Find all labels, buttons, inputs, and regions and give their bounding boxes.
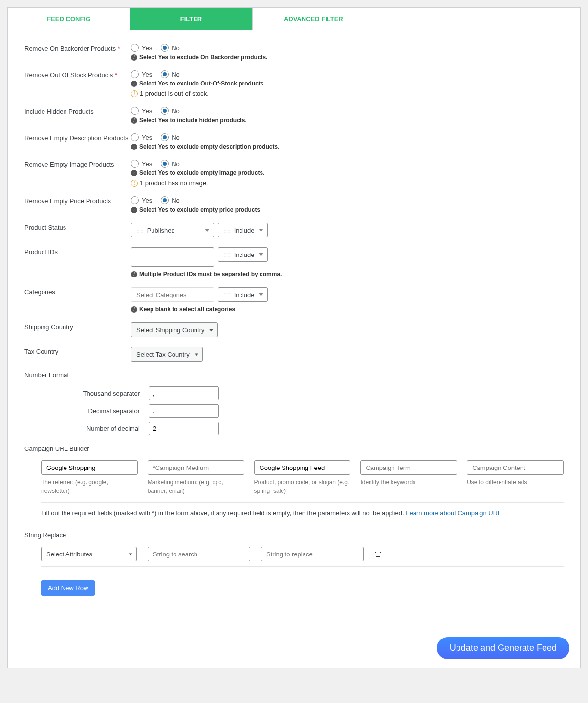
info-icon: i xyxy=(131,306,137,313)
info-icon: i xyxy=(131,81,137,87)
select-sr-attributes[interactable]: Select Attributes xyxy=(41,547,137,561)
add-row-button[interactable]: Add New Row xyxy=(41,580,95,596)
chevron-down-icon xyxy=(259,229,263,232)
radio-include-hidden-yes[interactable] xyxy=(131,107,139,115)
info-icon: i xyxy=(131,271,137,277)
tab-feed-config[interactable]: FEED CONFIG xyxy=(8,8,130,30)
textarea-product-ids[interactable] xyxy=(131,247,214,267)
info-icon: i xyxy=(131,170,137,176)
label-remove-oos: Remove Out Of Stock Products * xyxy=(24,70,131,79)
radio-remove-backorder-yes[interactable] xyxy=(131,44,139,52)
input-campaign-content[interactable] xyxy=(467,460,564,475)
select-categories-mode[interactable]: ⋮⋮ Include xyxy=(218,287,268,302)
section-number-format: Number Format xyxy=(24,371,564,379)
help-campaign-content: Use to differentiate ads xyxy=(467,478,564,487)
chevron-down-icon xyxy=(259,253,263,256)
label-include-hidden: Include Hidden Products xyxy=(24,107,131,115)
update-generate-feed-button[interactable]: Update and Generate Feed xyxy=(437,637,569,659)
chevron-down-icon xyxy=(259,293,263,296)
label-remove-empty-price: Remove Empty Price Products xyxy=(24,196,131,205)
radio-remove-empty-image-yes[interactable] xyxy=(131,160,139,168)
label-tax-country: Tax Country xyxy=(24,347,131,355)
label-remove-empty-image: Remove Empty Image Products xyxy=(24,160,131,168)
help-campaign-name: Product, promo code, or slogan (e.g. spr… xyxy=(254,478,351,495)
select-product-status[interactable]: ⋮⋮ Published xyxy=(131,223,214,237)
radio-remove-oos-no[interactable] xyxy=(161,70,169,78)
help-campaign-medium: Marketing medium: (e.g. cpc, banner, ema… xyxy=(148,478,244,495)
tab-filter[interactable]: FILTER xyxy=(130,8,252,30)
select-product-ids-mode[interactable]: ⋮⋮ Include xyxy=(218,247,268,262)
link-learn-campaign[interactable]: Learn more about Campaign URL xyxy=(406,510,501,517)
radio-remove-empty-image-no[interactable] xyxy=(161,160,169,168)
info-icon: i xyxy=(131,117,137,124)
input-campaign-medium[interactable] xyxy=(148,460,244,475)
help-campaign-term: Identify the keywords xyxy=(360,478,457,487)
radio-remove-empty-price-yes[interactable] xyxy=(131,196,139,204)
note-campaign: Fill out the required fields (marked wit… xyxy=(41,510,564,517)
label-categories: Categories xyxy=(24,287,131,296)
select-product-status-mode[interactable]: ⋮⋮ Include xyxy=(218,223,268,237)
section-campaign: Campaign URL Builder xyxy=(24,445,564,452)
label-product-status: Product Status xyxy=(24,223,131,231)
input-thousand-sep[interactable] xyxy=(149,386,219,400)
input-sr-search[interactable] xyxy=(148,547,250,561)
input-campaign-source[interactable] xyxy=(41,460,138,475)
input-num-decimal[interactable] xyxy=(149,422,219,435)
label-remove-backorder: Remove On Backorder Products * xyxy=(24,44,131,52)
info-icon: i xyxy=(131,144,137,150)
input-decimal-sep[interactable] xyxy=(149,404,219,418)
tab-advanced-filter[interactable]: ADVANCED FILTER xyxy=(253,8,374,30)
label-remove-empty-desc: Remove Empty Description Products xyxy=(24,133,131,142)
radio-remove-empty-desc-yes[interactable] xyxy=(131,133,139,141)
radio-remove-empty-desc-no[interactable] xyxy=(161,133,169,141)
input-campaign-name[interactable] xyxy=(254,460,351,475)
label-decimal-sep: Decimal separator xyxy=(24,407,149,415)
chevron-down-icon xyxy=(205,229,210,232)
radio-remove-backorder-no[interactable] xyxy=(161,44,169,52)
trash-icon[interactable]: 🗑 xyxy=(374,550,382,558)
radio-remove-empty-price-no[interactable] xyxy=(161,196,169,204)
label-thousand-sep: Thousand separator xyxy=(24,390,149,397)
section-string-replace: String Replace xyxy=(24,532,564,539)
input-categories[interactable] xyxy=(131,287,214,302)
label-shipping-country: Shipping Country xyxy=(24,322,131,331)
radio-remove-oos-yes[interactable] xyxy=(131,70,139,78)
input-campaign-term[interactable] xyxy=(360,460,457,475)
warn-icon: ! xyxy=(131,180,138,187)
help-campaign-source: The referrer: (e.g. google, newsletter) xyxy=(41,478,138,495)
input-sr-replace[interactable] xyxy=(261,547,364,561)
select-tax-country[interactable]: Select Tax Country xyxy=(131,347,203,362)
tabs-bar: FEED CONFIG FILTER ADVANCED FILTER xyxy=(8,8,374,30)
info-icon: i xyxy=(131,54,137,61)
label-product-ids: Product IDs xyxy=(24,247,131,256)
radio-include-hidden-no[interactable] xyxy=(161,107,169,115)
label-num-decimal: Number of decimal xyxy=(24,425,149,432)
select-shipping-country[interactable]: Select Shipping Country xyxy=(131,322,218,337)
info-icon: i xyxy=(131,207,137,213)
warn-icon: ! xyxy=(131,90,138,97)
